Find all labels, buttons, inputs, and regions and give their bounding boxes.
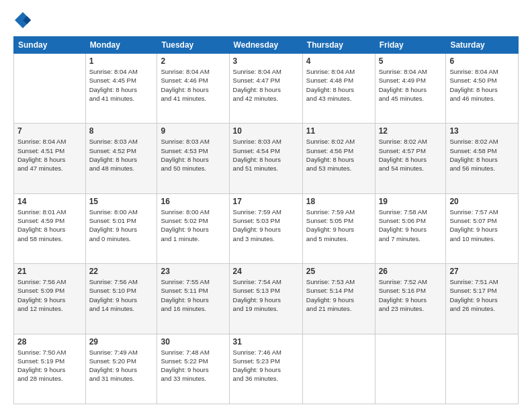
day-info: Sunrise: 8:03 AM Sunset: 4:53 PM Dayligh…	[161, 137, 225, 173]
day-info: Sunrise: 7:49 AM Sunset: 5:20 PM Dayligh…	[89, 348, 154, 383]
day-number: 19	[379, 197, 443, 206]
day-number: 5	[379, 56, 443, 66]
calendar-cell: 19Sunrise: 7:58 AM Sunset: 5:06 PM Dayli…	[375, 193, 446, 263]
day-info: Sunrise: 7:56 AM Sunset: 5:09 PM Dayligh…	[17, 277, 82, 313]
calendar-cell: 21Sunrise: 7:56 AM Sunset: 5:09 PM Dayli…	[14, 264, 86, 334]
calendar-table: SundayMondayTuesdayWednesdayThursdayFrid…	[13, 36, 519, 404]
calendar-cell	[302, 334, 375, 404]
day-info: Sunrise: 7:59 AM Sunset: 5:05 PM Dayligh…	[306, 208, 371, 243]
day-number: 4	[306, 56, 371, 66]
weekday-cell: Wednesday	[229, 37, 302, 54]
calendar-cell: 23Sunrise: 7:55 AM Sunset: 5:11 PM Dayli…	[157, 264, 229, 334]
day-info: Sunrise: 7:46 AM Sunset: 5:23 PM Dayligh…	[233, 348, 299, 383]
day-info: Sunrise: 8:00 AM Sunset: 5:02 PM Dayligh…	[161, 208, 225, 243]
calendar-cell: 16Sunrise: 8:00 AM Sunset: 5:02 PM Dayli…	[157, 193, 229, 263]
day-info: Sunrise: 7:53 AM Sunset: 5:14 PM Dayligh…	[306, 277, 371, 313]
calendar-cell: 27Sunrise: 7:51 AM Sunset: 5:17 PM Dayli…	[446, 264, 519, 334]
header	[13, 11, 519, 30]
calendar-cell	[375, 334, 446, 404]
weekday-cell: Sunday	[14, 37, 86, 54]
day-number: 11	[306, 126, 371, 136]
day-info: Sunrise: 8:02 AM Sunset: 4:58 PM Dayligh…	[449, 137, 515, 173]
weekday-cell: Monday	[85, 37, 157, 54]
day-number: 22	[89, 267, 154, 276]
calendar-cell: 22Sunrise: 7:56 AM Sunset: 5:10 PM Dayli…	[85, 264, 157, 334]
day-number: 30	[161, 337, 225, 347]
calendar-cell: 25Sunrise: 7:53 AM Sunset: 5:14 PM Dayli…	[302, 264, 375, 334]
calendar-cell: 1Sunrise: 8:04 AM Sunset: 4:45 PM Daylig…	[85, 54, 157, 124]
weekday-cell: Tuesday	[157, 37, 229, 54]
day-info: Sunrise: 7:48 AM Sunset: 5:22 PM Dayligh…	[161, 348, 225, 383]
day-number: 17	[233, 197, 299, 206]
day-info: Sunrise: 8:02 AM Sunset: 4:57 PM Dayligh…	[379, 137, 443, 173]
page: SundayMondayTuesdayWednesdayThursdayFrid…	[0, 0, 532, 411]
day-info: Sunrise: 8:04 AM Sunset: 4:45 PM Dayligh…	[89, 67, 154, 103]
calendar-cell: 13Sunrise: 8:02 AM Sunset: 4:58 PM Dayli…	[446, 124, 519, 193]
day-number: 23	[161, 267, 225, 276]
day-info: Sunrise: 7:51 AM Sunset: 5:17 PM Dayligh…	[449, 277, 515, 313]
calendar-cell: 14Sunrise: 8:01 AM Sunset: 4:59 PM Dayli…	[14, 193, 86, 263]
day-info: Sunrise: 8:03 AM Sunset: 4:54 PM Dayligh…	[233, 137, 299, 173]
calendar-cell	[446, 334, 519, 404]
calendar-week-row: 21Sunrise: 7:56 AM Sunset: 5:09 PM Dayli…	[14, 264, 519, 334]
day-number: 21	[17, 267, 82, 276]
day-info: Sunrise: 8:03 AM Sunset: 4:52 PM Dayligh…	[89, 137, 154, 173]
day-number: 16	[161, 197, 225, 206]
calendar-cell: 15Sunrise: 8:00 AM Sunset: 5:01 PM Dayli…	[85, 193, 157, 263]
day-info: Sunrise: 8:04 AM Sunset: 4:49 PM Dayligh…	[379, 67, 443, 103]
calendar-cell: 8Sunrise: 8:03 AM Sunset: 4:52 PM Daylig…	[85, 124, 157, 193]
day-number: 2	[161, 56, 225, 66]
calendar-cell: 17Sunrise: 7:59 AM Sunset: 5:03 PM Dayli…	[229, 193, 302, 263]
calendar-cell: 18Sunrise: 7:59 AM Sunset: 5:05 PM Dayli…	[302, 193, 375, 263]
day-info: Sunrise: 7:58 AM Sunset: 5:06 PM Dayligh…	[379, 208, 443, 243]
calendar-cell: 12Sunrise: 8:02 AM Sunset: 4:57 PM Dayli…	[375, 124, 446, 193]
day-number: 8	[89, 126, 154, 136]
calendar-week-row: 7Sunrise: 8:04 AM Sunset: 4:51 PM Daylig…	[14, 124, 519, 193]
day-info: Sunrise: 7:59 AM Sunset: 5:03 PM Dayligh…	[233, 208, 299, 243]
day-number: 9	[161, 126, 225, 136]
day-number: 7	[17, 126, 82, 136]
day-info: Sunrise: 7:57 AM Sunset: 5:07 PM Dayligh…	[449, 208, 515, 243]
calendar-cell: 6Sunrise: 8:04 AM Sunset: 4:50 PM Daylig…	[446, 54, 519, 124]
day-info: Sunrise: 7:56 AM Sunset: 5:10 PM Dayligh…	[89, 277, 154, 313]
day-info: Sunrise: 7:54 AM Sunset: 5:13 PM Dayligh…	[233, 277, 299, 313]
calendar-cell: 20Sunrise: 7:57 AM Sunset: 5:07 PM Dayli…	[446, 193, 519, 263]
day-number: 6	[449, 56, 515, 66]
calendar-cell: 26Sunrise: 7:52 AM Sunset: 5:16 PM Dayli…	[375, 264, 446, 334]
calendar-cell: 5Sunrise: 8:04 AM Sunset: 4:49 PM Daylig…	[375, 54, 446, 124]
calendar-cell: 24Sunrise: 7:54 AM Sunset: 5:13 PM Dayli…	[229, 264, 302, 334]
day-number: 13	[449, 126, 515, 136]
weekday-cell: Saturday	[446, 37, 519, 54]
day-number: 26	[379, 267, 443, 276]
day-info: Sunrise: 7:52 AM Sunset: 5:16 PM Dayligh…	[379, 277, 443, 313]
weekday-header-row: SundayMondayTuesdayWednesdayThursdayFrid…	[14, 37, 519, 54]
day-info: Sunrise: 8:04 AM Sunset: 4:50 PM Dayligh…	[449, 67, 515, 103]
calendar-cell: 3Sunrise: 8:04 AM Sunset: 4:47 PM Daylig…	[229, 54, 302, 124]
day-number: 12	[379, 126, 443, 136]
calendar-cell: 31Sunrise: 7:46 AM Sunset: 5:23 PM Dayli…	[229, 334, 302, 404]
day-number: 27	[449, 267, 515, 276]
calendar-cell: 9Sunrise: 8:03 AM Sunset: 4:53 PM Daylig…	[157, 124, 229, 193]
day-info: Sunrise: 7:55 AM Sunset: 5:11 PM Dayligh…	[161, 277, 225, 313]
day-number: 1	[89, 56, 154, 66]
day-number: 15	[89, 197, 154, 206]
day-info: Sunrise: 8:04 AM Sunset: 4:46 PM Dayligh…	[161, 67, 225, 103]
day-number: 3	[233, 56, 299, 66]
day-number: 14	[17, 197, 82, 206]
calendar-cell: 10Sunrise: 8:03 AM Sunset: 4:54 PM Dayli…	[229, 124, 302, 193]
weekday-cell: Thursday	[302, 37, 375, 54]
calendar-cell: 29Sunrise: 7:49 AM Sunset: 5:20 PM Dayli…	[85, 334, 157, 404]
day-info: Sunrise: 8:00 AM Sunset: 5:01 PM Dayligh…	[89, 208, 154, 243]
day-info: Sunrise: 8:04 AM Sunset: 4:48 PM Dayligh…	[306, 67, 371, 103]
day-number: 31	[233, 337, 299, 347]
day-number: 29	[89, 337, 154, 347]
logo-icon	[13, 11, 32, 30]
calendar-cell: 11Sunrise: 8:02 AM Sunset: 4:56 PM Dayli…	[302, 124, 375, 193]
day-number: 10	[233, 126, 299, 136]
day-number: 24	[233, 267, 299, 276]
calendar-cell: 2Sunrise: 8:04 AM Sunset: 4:46 PM Daylig…	[157, 54, 229, 124]
calendar-cell: 4Sunrise: 8:04 AM Sunset: 4:48 PM Daylig…	[302, 54, 375, 124]
calendar-week-row: 28Sunrise: 7:50 AM Sunset: 5:19 PM Dayli…	[14, 334, 519, 404]
calendar-week-row: 14Sunrise: 8:01 AM Sunset: 4:59 PM Dayli…	[14, 193, 519, 263]
logo	[13, 11, 35, 30]
